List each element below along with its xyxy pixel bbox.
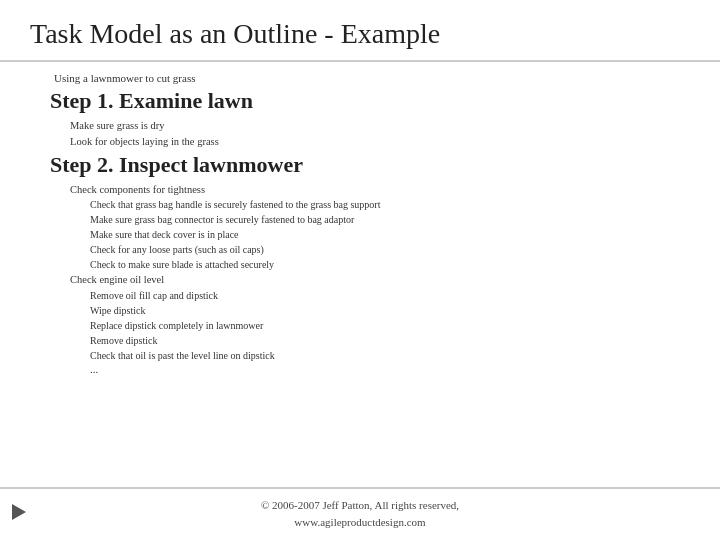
step2-g1-s2: Make sure grass bag connector is securel… (90, 212, 680, 227)
step1-heading: Step 1. Examine lawn (50, 88, 680, 114)
nav-arrow[interactable] (12, 504, 26, 524)
step2-group1-label: Check components for tightness (70, 182, 680, 198)
step2-g2-s4: Remove dipstick (90, 333, 680, 348)
step2-items: Check components for tightness Check tha… (50, 182, 680, 376)
slide: Task Model as an Outline - Example Using… (0, 0, 720, 540)
step1-item-2: Look for objects laying in the grass (70, 134, 680, 150)
step2-g1-s5: Check to make sure blade is attached sec… (90, 257, 680, 272)
step2-group1-subitems: Check that grass bag handle is securely … (50, 197, 680, 272)
top-label: Using a lawnmower to cut grass (54, 72, 680, 84)
step2-g2-s3: Replace dipstick completely in lawnmower (90, 318, 680, 333)
step2-heading: Step 2. Inspect lawnmower (50, 152, 680, 178)
step2-g2-s1: Remove oil fill cap and dipstick (90, 288, 680, 303)
step2-ellipsis: ... (90, 363, 680, 375)
footer-text: © 2006-2007 Jeff Patton, All rights rese… (0, 497, 720, 532)
step2-group2-label: Check engine oil level (70, 272, 680, 288)
step2-g2-s2: Wipe dipstick (90, 303, 680, 318)
slide-content: Using a lawnmower to cut grass Step 1. E… (0, 62, 720, 487)
footer-line2: www.agileproductdesign.com (294, 516, 425, 528)
step1-item-1: Make sure grass is dry (70, 118, 680, 134)
step2-g2-s5: Check that oil is past the level line on… (90, 348, 680, 363)
slide-footer: © 2006-2007 Jeff Patton, All rights rese… (0, 487, 720, 540)
step2-group2-subitems: Remove oil fill cap and dipstick Wipe di… (50, 288, 680, 375)
step2-g1-s3: Make sure that deck cover is in place (90, 227, 680, 242)
step2-g1-s4: Check for any loose parts (such as oil c… (90, 242, 680, 257)
slide-title: Task Model as an Outline - Example (0, 0, 720, 62)
step2-g1-s1: Check that grass bag handle is securely … (90, 197, 680, 212)
footer-line1: © 2006-2007 Jeff Patton, All rights rese… (261, 499, 459, 511)
step1-items: Make sure grass is dry Look for objects … (50, 118, 680, 150)
svg-marker-0 (12, 504, 26, 520)
